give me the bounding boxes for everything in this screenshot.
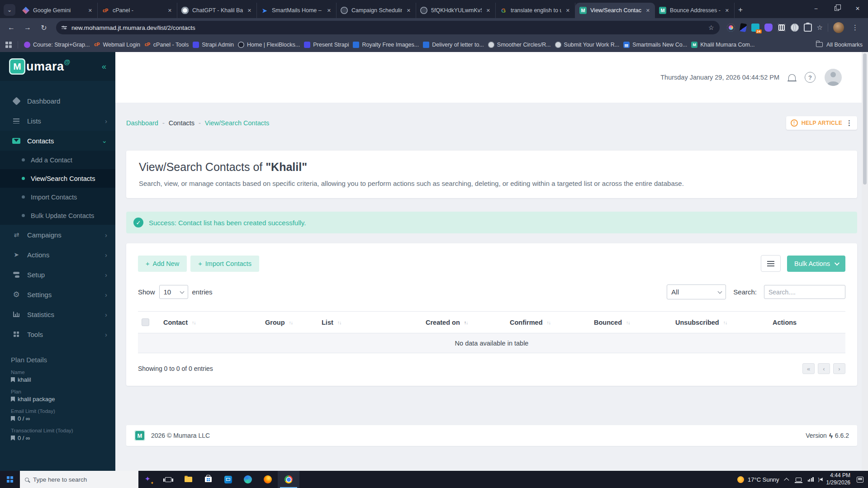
- taskbar-weather[interactable]: 17°C Sunny: [737, 476, 779, 483]
- help-icon[interactable]: ?: [805, 72, 816, 83]
- search-highlights-button[interactable]: ✦✦: [138, 471, 158, 488]
- filter-select[interactable]: All: [667, 284, 726, 299]
- sidebar-item-dashboard[interactable]: Dashboard: [0, 91, 115, 111]
- close-icon[interactable]: ✕: [565, 7, 571, 14]
- close-icon[interactable]: ✕: [485, 7, 491, 14]
- extension-icon[interactable]: [764, 24, 773, 32]
- microsoft-store-button[interactable]: [198, 471, 218, 488]
- sidebar-item-tools[interactable]: Tools ›: [0, 324, 115, 344]
- site-settings-icon[interactable]: [62, 26, 67, 29]
- reload-button[interactable]: ↻: [37, 21, 51, 34]
- address-bar[interactable]: new.mohammad.jt.mumara.dev/list/2/contac…: [56, 21, 720, 34]
- extension-icon[interactable]: [727, 24, 735, 32]
- column-header-created-on[interactable]: Created on↑↓: [426, 319, 510, 326]
- help-article-button[interactable]: ! HELP ARTICLE ⋮: [786, 116, 857, 130]
- mumara-logo-icon[interactable]: M: [9, 58, 25, 75]
- bookmark-delivery[interactable]: Delivery of letter to...: [423, 42, 484, 48]
- taskbar-search[interactable]: Type here to search: [20, 471, 138, 488]
- bookmark-royalty-free[interactable]: Royalty Free Images...: [353, 42, 419, 48]
- start-button[interactable]: [0, 471, 20, 488]
- extension-icon[interactable]: [739, 23, 747, 32]
- hidden-icons-chevron[interactable]: [784, 478, 789, 483]
- close-icon[interactable]: ✕: [326, 7, 332, 14]
- task-view-button[interactable]: [158, 471, 178, 488]
- sidebar-item-statistics[interactable]: Statistics ›: [0, 304, 115, 324]
- column-header-confirmed[interactable]: Confirmed↑↓: [510, 319, 594, 326]
- apps-grid-icon[interactable]: [5, 42, 12, 48]
- sidebar-collapse-icon[interactable]: «: [102, 62, 106, 71]
- restore-button[interactable]: [826, 0, 847, 17]
- column-visibility-button[interactable]: [761, 255, 781, 272]
- bookmark-submit-work[interactable]: Submit Your Work R...: [555, 42, 620, 48]
- sidebar-item-settings[interactable]: ⚙ Settings ›: [0, 284, 115, 304]
- select-all-checkbox[interactable]: [142, 318, 149, 326]
- bookmark-flexiblocks[interactable]: Home | FlexiBlocks...: [238, 42, 300, 48]
- tab-smartmails[interactable]: ➤ SmartMails Home – E ✕: [257, 3, 337, 18]
- bookmark-star-icon[interactable]: ☆: [708, 24, 714, 31]
- scrollbar-thumb[interactable]: [863, 53, 867, 185]
- user-avatar[interactable]: [825, 69, 842, 86]
- sidebar-item-import-contacts[interactable]: Import Contacts: [0, 188, 115, 206]
- back-button[interactable]: ←: [5, 21, 18, 34]
- page-length-select[interactable]: 10: [159, 285, 188, 299]
- extension-icon[interactable]: ☆: [817, 24, 823, 32]
- page-next-button[interactable]: ›: [833, 363, 845, 374]
- close-icon[interactable]: ✕: [645, 7, 651, 14]
- tab-search-button[interactable]: ⌄: [4, 4, 15, 16]
- column-header-bounced[interactable]: Bounced↑↓: [594, 319, 675, 326]
- browser-menu-icon[interactable]: ⋮: [849, 24, 862, 32]
- tab-campaign-scheduling[interactable]: Campaign Scheduling ✕: [337, 3, 416, 18]
- add-new-button[interactable]: +Add New: [138, 256, 187, 272]
- column-header-list[interactable]: List↑↓: [322, 319, 426, 326]
- bookmark-course[interactable]: Course: Strapi+Grap...: [24, 42, 90, 48]
- action-center-icon[interactable]: [857, 477, 863, 483]
- search-input[interactable]: [764, 285, 845, 299]
- tab-translate[interactable]: G translate english to u ✕: [496, 3, 575, 18]
- bookmark-khalil-mumara[interactable]: MKhalil Mumara Com...: [691, 42, 754, 48]
- url-text[interactable]: new.mohammad.jt.mumara.dev/list/2/contac…: [71, 24, 704, 31]
- close-icon[interactable]: ✕: [247, 7, 252, 14]
- new-tab-button[interactable]: +: [738, 5, 743, 14]
- close-icon[interactable]: ✕: [87, 7, 93, 14]
- sidebar-item-bulk-update-contacts[interactable]: Bulk Update Contacts: [0, 206, 115, 225]
- bookmark-present-strapi[interactable]: Present Strapi: [304, 42, 349, 48]
- bookmark-strapi-admin[interactable]: Strapi Admin: [193, 42, 234, 48]
- extension-icon[interactable]: 24: [751, 24, 759, 32]
- close-icon[interactable]: ✕: [406, 7, 412, 14]
- network-icon[interactable]: [808, 477, 814, 482]
- edge-button[interactable]: [238, 471, 258, 488]
- notifications-bell-icon[interactable]: [788, 74, 796, 81]
- sidebar-item-actions[interactable]: ➤ Actions ›: [0, 245, 115, 265]
- bookmark-webmail[interactable]: cPWebmail Login: [94, 42, 140, 48]
- breadcrumb-contacts[interactable]: Contacts: [169, 119, 194, 127]
- forward-button[interactable]: →: [21, 21, 34, 34]
- tab-cpanel[interactable]: cP cPanel - ✕: [98, 3, 177, 18]
- bookmark-cpanel-tools[interactable]: cPcPanel - Tools: [144, 42, 189, 48]
- page-first-button[interactable]: «: [802, 363, 815, 374]
- close-window-button[interactable]: ✕: [847, 0, 868, 17]
- column-header-contact[interactable]: Contact↑↓: [163, 319, 265, 326]
- extension-icon[interactable]: [778, 24, 786, 32]
- bookmark-smoother-circles[interactable]: Smoother Circles/R...: [488, 42, 551, 48]
- bulk-actions-button[interactable]: Bulk Actions: [787, 256, 845, 272]
- taskbar-clock[interactable]: 4:44 PM 1/29/2026: [826, 472, 850, 486]
- breadcrumb-dashboard[interactable]: Dashboard: [126, 119, 158, 127]
- sidebar-item-setup[interactable]: Setup ›: [0, 265, 115, 284]
- page-scrollbar[interactable]: [862, 52, 868, 471]
- close-icon[interactable]: ✕: [724, 7, 730, 14]
- file-explorer-button[interactable]: [178, 471, 198, 488]
- extension-icon[interactable]: [791, 24, 799, 32]
- column-header-unsubscribed[interactable]: Unsubscribed↑↓: [675, 319, 773, 326]
- close-icon[interactable]: ✕: [167, 7, 173, 14]
- firefox-button[interactable]: [258, 471, 278, 488]
- display-icon[interactable]: [796, 478, 802, 482]
- browser-profile-avatar[interactable]: [833, 22, 844, 33]
- tab-chatgpt[interactable]: ChatGPT - Khalil Bajw ✕: [177, 3, 257, 18]
- bookmark-smartmails-new[interactable]: Smartmails New Co...: [623, 42, 687, 48]
- all-bookmarks-button[interactable]: All Bookmarks: [816, 42, 863, 48]
- tab-view-search-contacts[interactable]: M View/Search Contacts ✕: [575, 3, 655, 18]
- tab-5fqk[interactable]: 5fQKHdkYULwmKvSx ✕: [416, 3, 496, 18]
- page-previous-button[interactable]: ‹: [818, 363, 830, 374]
- sidebar-item-campaigns[interactable]: ⇄ Campaigns ›: [0, 225, 115, 245]
- column-header-group[interactable]: Group↑↓: [265, 319, 322, 326]
